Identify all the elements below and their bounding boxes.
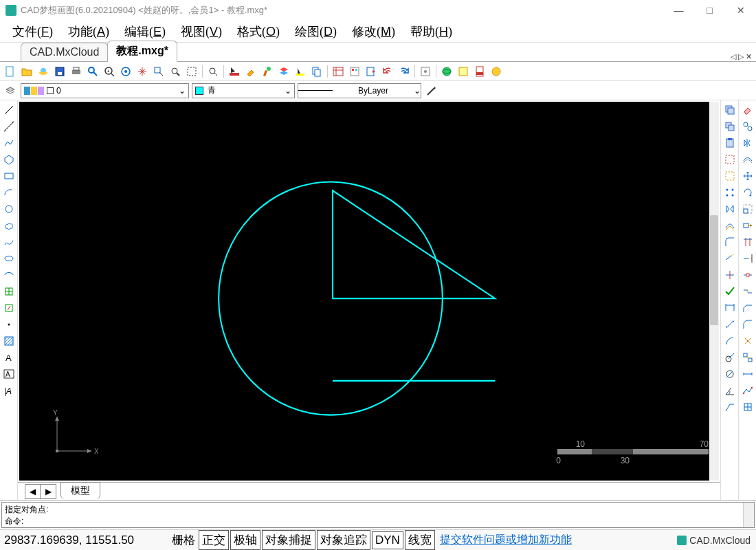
dim-radius-button[interactable] [723, 351, 737, 364]
menu-view[interactable]: 视图(V) [174, 21, 229, 43]
minimize-button[interactable]: — [663, 0, 694, 21]
layout-next-button[interactable]: ▶ [41, 485, 56, 498]
mirror-h-button[interactable] [723, 202, 737, 216]
join-button[interactable] [741, 285, 755, 298]
settings-button[interactable] [418, 64, 433, 79]
pdf-button[interactable] [472, 64, 487, 79]
menu-func[interactable]: 功能(A) [61, 21, 116, 43]
extend-button[interactable] [741, 252, 755, 265]
feedback-link[interactable]: 提交软件问题或增加新功能 [440, 533, 572, 547]
copy-layer-button[interactable] [723, 103, 737, 117]
menu-draw[interactable]: 绘图(D) [288, 21, 344, 43]
script-button[interactable] [456, 64, 471, 79]
stretch-button[interactable] [741, 219, 755, 232]
copy-button[interactable] [309, 64, 324, 79]
xline-tool[interactable] [2, 120, 16, 133]
dim-linear-button[interactable] [723, 301, 737, 315]
mirror-button[interactable] [741, 136, 755, 150]
select-window-button[interactable] [723, 153, 737, 166]
table-button[interactable] [331, 64, 346, 79]
align-button[interactable] [741, 351, 755, 364]
new-button[interactable] [3, 64, 18, 79]
menu-file[interactable]: 文件(F) [5, 21, 60, 43]
zoom-extents-button[interactable] [168, 64, 183, 79]
command-line[interactable]: 指定对角点: 命令: [1, 502, 755, 528]
point-tool[interactable] [2, 318, 16, 331]
lwt-toggle[interactable]: 线宽 [405, 530, 435, 550]
offset2-button[interactable] [723, 219, 737, 232]
scale-button[interactable] [741, 202, 755, 216]
color-combo[interactable]: 青 ⌄ [192, 83, 295, 98]
tab-tutorial[interactable]: 教程.mxg* [107, 41, 177, 62]
web-button[interactable] [439, 64, 454, 79]
zoom-in-button[interactable]: + [102, 64, 117, 79]
erase-button[interactable] [741, 103, 755, 117]
maximize-button[interactable]: □ [694, 0, 725, 21]
hatch-tool[interactable] [2, 334, 16, 348]
menu-edit[interactable]: 编辑(E) [118, 21, 173, 43]
spline-tool[interactable] [2, 235, 16, 249]
print-button[interactable] [69, 64, 84, 79]
save-button[interactable] [52, 64, 67, 79]
pan-button[interactable] [135, 64, 150, 79]
brush-button[interactable] [260, 64, 275, 79]
dim-angular-button[interactable] [723, 384, 737, 397]
text-tool[interactable]: A [2, 351, 16, 364]
rotate-button[interactable] [741, 186, 755, 199]
paint-button[interactable] [243, 64, 258, 79]
arc-tool[interactable] [2, 186, 16, 199]
polyline-tool[interactable] [2, 136, 16, 150]
drawing-canvas[interactable]: X Y 10 70 0 30 [19, 102, 719, 481]
open-button[interactable] [19, 64, 34, 79]
tab-mxcloud[interactable]: CAD.MxCloud [21, 43, 108, 61]
zoom-window-button[interactable] [151, 64, 166, 79]
polygon-tool[interactable] [2, 153, 16, 166]
copy-obj-button[interactable] [741, 120, 755, 133]
ortho-toggle[interactable]: 正交 [199, 530, 229, 550]
ellipse-tool[interactable] [2, 252, 16, 265]
layer-combo[interactable]: 0 ⌄ [21, 83, 189, 98]
dyn-toggle[interactable]: DYN [372, 531, 403, 549]
find-button[interactable] [85, 64, 100, 79]
undo-button[interactable] [380, 64, 395, 79]
explode-button[interactable] [741, 334, 755, 348]
tab-close-icon[interactable]: ✕ [746, 52, 752, 61]
layout-prev-button[interactable]: ◀ [25, 485, 41, 498]
osnap-toggle[interactable]: 对象捕捉 [262, 530, 315, 550]
chamfer-button[interactable] [741, 301, 755, 315]
model-tab[interactable]: 模型 [60, 482, 100, 499]
menu-modify[interactable]: 修改(M) [345, 21, 402, 43]
dtext-tool[interactable]: |A [2, 384, 16, 397]
polar-toggle[interactable]: 极轴 [230, 530, 260, 550]
check-button[interactable] [723, 285, 737, 298]
close-button[interactable]: ✕ [725, 0, 756, 21]
redo-button[interactable] [397, 64, 412, 79]
paste-button[interactable] [723, 136, 737, 150]
canvas-scrollbar-v[interactable] [709, 102, 719, 481]
export-button[interactable] [364, 64, 379, 79]
color-button[interactable] [227, 64, 242, 79]
lengthen-button[interactable] [741, 367, 755, 381]
otrack-toggle[interactable]: 对象追踪 [317, 530, 370, 550]
select-crossing-button[interactable] [723, 169, 737, 183]
trim2-button[interactable] [723, 268, 737, 282]
dim-arc-button[interactable] [723, 334, 737, 348]
linetype-combo[interactable]: ByLayer ⌄ [298, 83, 421, 98]
trim-button[interactable] [741, 235, 755, 249]
cloud-button[interactable] [36, 64, 51, 79]
extend2-button[interactable] [723, 252, 737, 265]
help-button[interactable] [489, 64, 504, 79]
layers-button[interactable] [276, 64, 291, 79]
fillet-button[interactable] [741, 318, 755, 331]
menu-help[interactable]: 帮助(H) [403, 21, 459, 43]
ellipse-arc-tool[interactable] [2, 268, 16, 282]
edit-pline-button[interactable] [741, 384, 755, 397]
dim-aligned-button[interactable] [723, 318, 737, 331]
fillet2-button[interactable] [723, 235, 737, 249]
zoom-realtime-button[interactable] [118, 64, 133, 79]
line-tool[interactable] [2, 103, 16, 117]
menu-format[interactable]: 格式(O) [230, 21, 287, 43]
array-button[interactable] [723, 186, 737, 199]
make-block-tool[interactable] [2, 301, 16, 315]
layer-manager-button[interactable] [3, 83, 18, 98]
